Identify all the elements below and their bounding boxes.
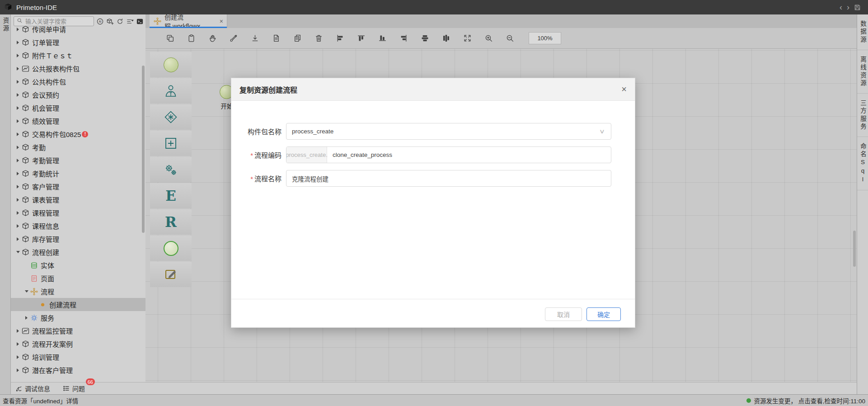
- tree-item-1[interactable]: 订单管理: [11, 36, 145, 49]
- problems-button[interactable]: 问题 66: [63, 384, 85, 393]
- tree-item-5[interactable]: 会议预约: [11, 88, 145, 101]
- status-right-text[interactable]: 资源发生变更， 点击查看,检查时间:11:00: [754, 396, 865, 405]
- tree-collapsed-arrow-icon[interactable]: [14, 119, 21, 123]
- select-value[interactable]: [286, 123, 601, 139]
- tree-item-7[interactable]: 绩效管理: [11, 114, 145, 127]
- palette-auto-activity[interactable]: [150, 157, 192, 182]
- tree-collapsed-arrow-icon[interactable]: [14, 106, 21, 110]
- console-icon[interactable]: [136, 18, 144, 25]
- tree-collapsed-arrow-icon[interactable]: [14, 146, 21, 149]
- tree-item-23[interactable]: 流程监控管理: [11, 324, 145, 337]
- tree-item-6[interactable]: 机会管理: [11, 101, 145, 114]
- sort-icon[interactable]: [126, 18, 134, 25]
- tree-collapsed-arrow-icon[interactable]: [14, 224, 21, 228]
- palette-note-node[interactable]: [150, 262, 192, 287]
- zoom-out-icon[interactable]: [506, 34, 514, 42]
- tree-collapsed-arrow-icon[interactable]: [14, 67, 21, 71]
- tree-item-25[interactable]: 培训管理: [11, 350, 145, 364]
- tree-item-22[interactable]: 服务: [11, 311, 145, 324]
- nav-back-icon[interactable]: ‹: [840, 4, 842, 11]
- cancel-button[interactable]: 取消: [545, 307, 582, 321]
- process-name-field[interactable]: [286, 170, 611, 187]
- tree-collapsed-arrow-icon[interactable]: [14, 342, 21, 346]
- tree-collapsed-arrow-icon[interactable]: [23, 316, 30, 320]
- align-center-icon[interactable]: [421, 34, 429, 42]
- tree-item-14[interactable]: 课程管理: [11, 206, 145, 219]
- tree-item-19[interactable]: 页面: [11, 272, 145, 285]
- distribute-icon[interactable]: [442, 34, 450, 42]
- refresh-icon[interactable]: [116, 18, 124, 25]
- palette-entity-letter[interactable]: E: [150, 183, 192, 208]
- align-bottom-icon[interactable]: [378, 34, 387, 42]
- ai-icon[interactable]: AI: [96, 18, 104, 25]
- process-name-input[interactable]: [286, 170, 611, 186]
- tab-close-icon[interactable]: ×: [220, 18, 223, 25]
- palette-start-node[interactable]: [150, 52, 192, 77]
- tree-item-2[interactable]: 附件Ｔｅｓｔ: [11, 49, 145, 62]
- tree-item-13[interactable]: 课表管理: [11, 193, 145, 206]
- tree-collapsed-arrow-icon[interactable]: [14, 185, 21, 189]
- fit-screen-icon[interactable]: [463, 34, 472, 42]
- tree-collapsed-arrow-icon[interactable]: [14, 329, 21, 333]
- tree-item-10[interactable]: 考勤管理: [11, 154, 145, 167]
- palette-end-node[interactable]: [150, 236, 192, 261]
- canvas-scrollbar[interactable]: [853, 231, 856, 267]
- tree-item-12[interactable]: 客户管理: [11, 180, 145, 193]
- dialog-close-icon[interactable]: ×: [613, 84, 627, 94]
- tree-collapsed-arrow-icon[interactable]: [14, 80, 21, 84]
- tree-item-20[interactable]: 流程: [11, 285, 145, 298]
- duplicate-icon[interactable]: [293, 34, 302, 42]
- sidebar-scrollbar[interactable]: [142, 66, 145, 233]
- align-left-icon[interactable]: [336, 34, 344, 42]
- add-package-icon[interactable]: [106, 18, 114, 25]
- tree-item-11[interactable]: 考勤统计: [11, 167, 145, 180]
- nav-forward-icon[interactable]: ›: [847, 4, 849, 11]
- tree-item-3[interactable]: 公共报表构件包: [11, 62, 145, 75]
- right-rail-tab-2[interactable]: 三方服务: [857, 94, 868, 137]
- palette-rule-letter[interactable]: R: [150, 209, 192, 235]
- delete-icon[interactable]: [314, 34, 323, 42]
- palette-subprocess-node[interactable]: [150, 131, 192, 156]
- process-code-field[interactable]: process_create.: [286, 146, 611, 163]
- align-top-icon[interactable]: [357, 34, 366, 42]
- package-name-select[interactable]: ∨: [286, 123, 611, 140]
- tab-create-process[interactable]: 创建流程.workflowx ×: [150, 14, 227, 28]
- tree-item-17[interactable]: 流程创建: [11, 245, 145, 259]
- tree-collapsed-arrow-icon[interactable]: [14, 132, 21, 136]
- search-input[interactable]: [24, 18, 83, 25]
- tree-item-8[interactable]: 交易构件包0825!: [11, 127, 145, 141]
- tree-item-26[interactable]: 潜在客户管理: [11, 364, 145, 377]
- tree-collapsed-arrow-icon[interactable]: [14, 159, 21, 162]
- tree-collapsed-arrow-icon[interactable]: [14, 41, 21, 44]
- palette-decision-node[interactable]: [150, 104, 192, 130]
- status-left-text[interactable]: 查看资源「undefined」详情: [3, 396, 78, 405]
- tree-collapsed-arrow-icon[interactable]: [14, 368, 21, 372]
- tree-collapsed-arrow-icon[interactable]: [14, 211, 21, 215]
- format-brush-icon[interactable]: [230, 34, 238, 42]
- tree-item-16[interactable]: 库存管理: [11, 232, 145, 245]
- tree-collapsed-arrow-icon[interactable]: [14, 28, 21, 31]
- document-icon[interactable]: [272, 34, 281, 42]
- tree-collapsed-arrow-icon[interactable]: [14, 198, 21, 202]
- export-icon[interactable]: [251, 34, 259, 42]
- save-icon[interactable]: [854, 4, 861, 11]
- paste-icon[interactable]: [187, 34, 196, 42]
- right-rail-tab-3[interactable]: 命名Sql: [857, 137, 868, 190]
- palette-actor-node[interactable]: [150, 78, 192, 104]
- zoom-level-display[interactable]: 100%: [529, 32, 561, 44]
- pan-icon[interactable]: [208, 34, 217, 42]
- left-rail-tab-resources[interactable]: 资源: [1, 17, 10, 33]
- zoom-in-icon[interactable]: [484, 34, 493, 42]
- align-right-icon[interactable]: [399, 34, 408, 42]
- tree-item-15[interactable]: 课程信息: [11, 219, 145, 232]
- process-code-input[interactable]: [327, 147, 611, 163]
- tree-collapsed-arrow-icon[interactable]: [14, 54, 21, 57]
- confirm-button[interactable]: 确定: [586, 307, 621, 321]
- tree-collapsed-arrow-icon[interactable]: [14, 172, 21, 175]
- tree-expanded-arrow-icon[interactable]: [23, 290, 30, 293]
- tree-item-4[interactable]: 公共构件包: [11, 75, 145, 88]
- debug-info-button[interactable]: 调试信息: [15, 384, 50, 393]
- tree-collapsed-arrow-icon[interactable]: [14, 237, 21, 241]
- tree-item-18[interactable]: 实体: [11, 259, 145, 272]
- right-rail-tab-0[interactable]: 数据源: [857, 14, 868, 50]
